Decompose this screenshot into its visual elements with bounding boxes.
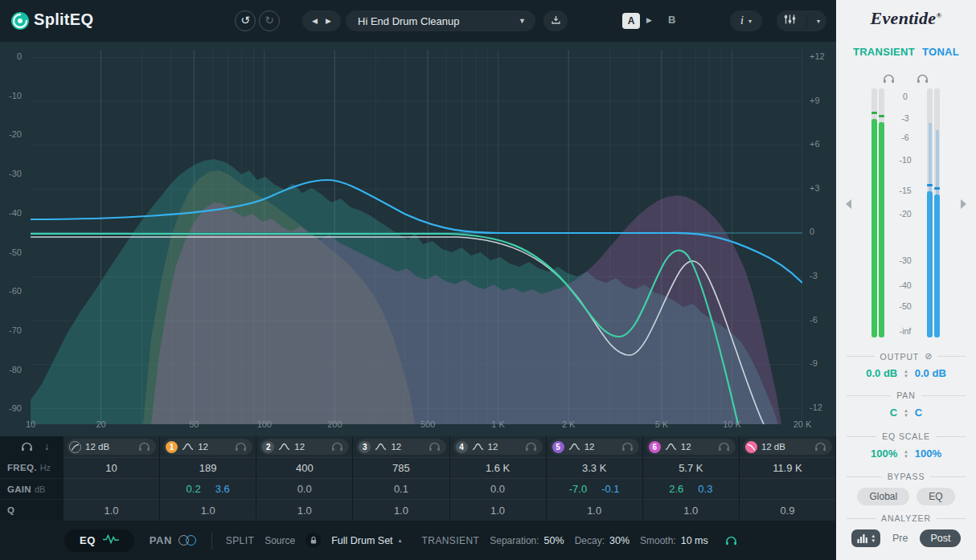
pan-label: PAN <box>896 390 916 400</box>
band-2-q-value[interactable]: 1.0 <box>160 499 256 521</box>
bypass-eq-button[interactable]: EQ <box>917 488 954 505</box>
freq-row-label: FREQ. <box>7 463 37 472</box>
eq-graph[interactable]: 0-10-20-30-40-50-60-70-80-90 +12+9+6+30-… <box>0 42 836 436</box>
transient-listen-headphone-icon[interactable] <box>725 536 737 546</box>
source-select[interactable]: Full Drum Set <box>331 535 392 546</box>
undo-button[interactable]: ↺ <box>235 10 256 31</box>
preset-next-button[interactable]: ▶ <box>326 17 331 25</box>
bypass-global-button[interactable]: Global <box>857 488 909 505</box>
band-7-slope[interactable]: 12 <box>681 442 714 452</box>
output-transient-value[interactable]: 0.0 dB <box>851 367 897 379</box>
band-8-header[interactable]: 12 dB <box>743 439 832 455</box>
band-2-solo-headphone-icon[interactable] <box>235 442 247 452</box>
level-meters: 0-3-6-10-15-20-30-40-50-inf <box>836 71 976 348</box>
band-2-header[interactable]: 112 <box>163 439 252 455</box>
band-7-solo-headphone-icon[interactable] <box>718 442 730 452</box>
io-settings-button[interactable]: ▾ <box>777 10 826 31</box>
preset-name: Hi End Drum Cleanup <box>358 15 512 27</box>
band-1-gain-value[interactable] <box>64 478 159 499</box>
band-6-slope[interactable]: 12 <box>584 442 617 452</box>
divider <box>806 15 807 27</box>
band-listen-headphone-icon[interactable] <box>21 442 33 452</box>
ab-compare-b-button[interactable]: B <box>668 14 675 26</box>
transient-tab[interactable]: TRANSIENT <box>853 46 915 58</box>
band-4-solo-headphone-icon[interactable] <box>429 442 441 452</box>
band-7-gain-value[interactable]: 2.60.3 <box>643 478 739 499</box>
band-2-gain-value[interactable]: 0.23.6 <box>160 478 256 499</box>
source-lock-button[interactable] <box>306 533 321 548</box>
band-8-q-value[interactable]: 0.9 <box>740 499 835 521</box>
ab-copy-arrow[interactable]: ▶ <box>646 16 652 24</box>
band-4-gain-value[interactable]: 0.1 <box>353 478 449 499</box>
band-5-slope[interactable]: 12 <box>488 442 521 452</box>
meter-handle-right[interactable] <box>961 199 966 209</box>
band-5-gain-value[interactable]: 0.0 <box>450 478 546 499</box>
band-6-freq-value[interactable]: 3.3 K <box>547 457 642 478</box>
band-5-q-value[interactable]: 1.0 <box>450 499 546 521</box>
band-1-freq-value[interactable]: 10 <box>64 457 159 478</box>
band-8-slope[interactable]: 12 dB <box>761 442 810 452</box>
pan-tonal-value[interactable]: C <box>915 407 962 419</box>
band-3-solo-headphone-icon[interactable] <box>331 442 343 452</box>
band-6-gain-value[interactable]: -7.0-0.1 <box>547 478 642 499</box>
band-4-slope[interactable]: 12 <box>391 442 424 452</box>
band-8-gain-value[interactable] <box>740 478 835 499</box>
band-5-freq-value[interactable]: 1.6 K <box>450 457 546 478</box>
band-4-q-value[interactable]: 1.0 <box>353 499 449 521</box>
pan-stepper[interactable]: ▴▾ <box>904 408 908 418</box>
collapse-arrow-icon[interactable]: ↓ <box>44 441 49 452</box>
eq-view-button[interactable]: EQ <box>64 529 134 552</box>
band-5-header[interactable]: 412 <box>453 439 543 455</box>
band-1-q-value[interactable]: 1.0 <box>64 499 159 521</box>
phase-invert-icon[interactable]: ⊘ <box>925 351 932 362</box>
preset-prev-button[interactable]: ◀ <box>312 17 318 25</box>
redo-button[interactable]: ↻ <box>259 10 280 31</box>
eq-scale-transient-value[interactable]: 100% <box>851 448 897 460</box>
band-3-header[interactable]: 212 <box>260 439 349 455</box>
decay-value[interactable]: 30% <box>609 535 629 546</box>
analyzer-post-button[interactable]: Post <box>920 529 961 547</box>
band-3-freq-value[interactable]: 400 <box>256 457 352 478</box>
band-6-solo-headphone-icon[interactable] <box>621 442 634 452</box>
save-preset-button[interactable] <box>543 10 568 31</box>
separation-value[interactable]: 50% <box>544 535 564 546</box>
pan-view-label: PAN <box>150 534 172 546</box>
band-7-q-value[interactable]: 1.0 <box>643 499 739 521</box>
band-3-gain-value[interactable]: 0.0 <box>256 478 352 499</box>
eq-scale-tonal-value[interactable]: 100% <box>915 448 962 460</box>
tonal-tab[interactable]: TONAL <box>922 46 959 58</box>
pan-transient-value[interactable]: C <box>851 407 897 419</box>
band-1-solo-headphone-icon[interactable] <box>138 442 150 452</box>
band-8-freq-value[interactable]: 11.9 K <box>740 457 835 478</box>
tonal-meter-headphone-icon[interactable] <box>917 74 929 84</box>
output-tonal-value[interactable]: 0.0 dB <box>915 367 962 379</box>
preset-dropdown[interactable]: Hi End Drum Cleanup ▼ <box>346 10 535 31</box>
eq-scale-label: EQ SCALE <box>882 431 930 441</box>
band-4-freq-value[interactable]: 785 <box>353 457 449 478</box>
band-3-slope[interactable]: 12 <box>294 442 327 452</box>
band-7-freq-value[interactable]: 5.7 K <box>643 457 739 478</box>
analyzer-pre-button[interactable]: Pre <box>892 533 908 544</box>
eq-scale-stepper[interactable]: ▴▾ <box>904 449 908 459</box>
pan-view-button[interactable]: PAN <box>150 534 198 546</box>
analyzer-mode-button[interactable]: ▴▾ <box>851 529 881 547</box>
band-6-header[interactable]: 512 <box>550 439 639 455</box>
eq-plot-canvas[interactable] <box>31 50 802 424</box>
band-1-header[interactable]: 12 dB <box>67 439 156 455</box>
band-2-slope[interactable]: 12 <box>198 442 231 452</box>
source-expand-icon[interactable]: ▴ <box>399 537 402 544</box>
band-7-header[interactable]: 612 <box>646 439 736 455</box>
ab-compare-a-button[interactable]: A <box>622 13 640 29</box>
band-3-q-value[interactable]: 1.0 <box>256 499 352 521</box>
band-6-q-value[interactable]: 1.0 <box>547 499 642 521</box>
transient-meter-headphone-icon[interactable] <box>883 74 895 84</box>
output-stepper[interactable]: ▴▾ <box>904 369 908 378</box>
band-1-slope[interactable]: 12 dB <box>85 442 134 452</box>
band-5-solo-headphone-icon[interactable] <box>525 442 537 452</box>
band-2-freq-value[interactable]: 189 <box>160 457 256 478</box>
smooth-value[interactable]: 10 ms <box>681 535 708 546</box>
info-menu-button[interactable]: i ▾ <box>730 10 762 31</box>
band-8-solo-headphone-icon[interactable] <box>814 442 826 452</box>
meter-handle-left[interactable] <box>846 199 851 209</box>
band-4-header[interactable]: 312 <box>356 439 445 455</box>
